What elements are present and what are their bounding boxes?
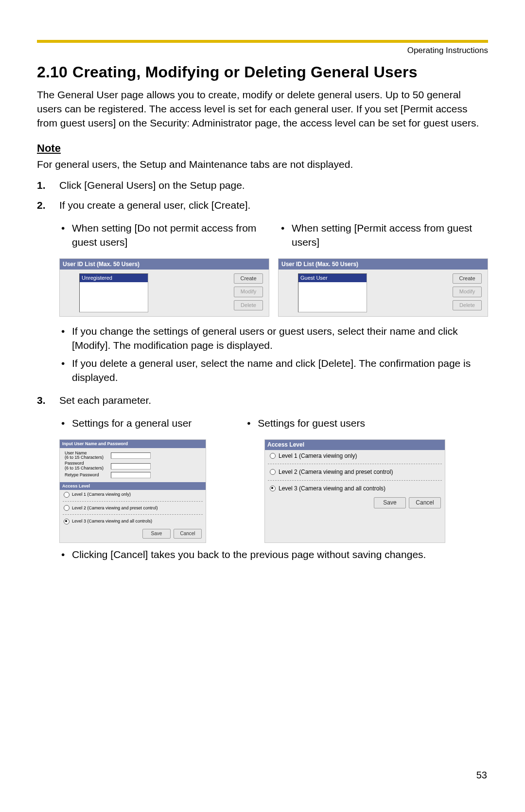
- level1-label-a: Level 1 (Camera viewing only): [72, 491, 131, 497]
- user-list-item-guest[interactable]: Guest User: [298, 274, 367, 282]
- user-listbox-left[interactable]: Unregistered: [79, 273, 148, 312]
- note-heading: Note: [37, 142, 488, 155]
- intro-paragraph: The General User page allows you to crea…: [37, 88, 488, 130]
- input-user-name-bar: Input User Name and Password: [60, 440, 206, 448]
- save-button[interactable]: Save: [374, 497, 406, 508]
- header-right: Operating Instructions: [37, 46, 488, 55]
- user-id-list-right: User ID List (Max. 50 Users) Guest User …: [278, 258, 488, 317]
- step-2: If you create a general user, click [Cre…: [37, 198, 488, 385]
- retype-password-input[interactable]: [111, 472, 151, 478]
- step-3-bullet-left: Settings for a general user: [59, 416, 192, 431]
- step-2-bullet-row: When setting [Do not permit access from …: [59, 221, 488, 253]
- retype-password-label: Retype Password: [65, 473, 111, 478]
- step-3-bullet-row: Settings for a general user Settings for…: [59, 416, 488, 434]
- section-number: 2.10: [37, 63, 68, 81]
- step-3-bullet-right: Settings for guest users: [245, 416, 365, 431]
- section-title: 2.10Creating, Modifying or Deleting Gene…: [37, 63, 488, 81]
- level1-row-b[interactable]: Level 1 (Camera viewing only): [265, 450, 445, 462]
- user-id-list-left: User ID List (Max. 50 Users) Unregistere…: [59, 258, 269, 317]
- level2-label-a: Level 2 (Camera viewing and preset contr…: [72, 505, 158, 511]
- user-name-label-text: User Name: [65, 451, 87, 455]
- user-name-input[interactable]: [111, 452, 151, 459]
- create-button[interactable]: Create: [453, 273, 482, 284]
- step-2-bullet-left: When setting [Do not permit access from …: [59, 221, 268, 250]
- note-body: For general users, the Setup and Mainten…: [37, 158, 488, 172]
- create-button[interactable]: Create: [234, 273, 263, 284]
- delete-button[interactable]: Delete: [234, 300, 263, 310]
- header-rule: [37, 40, 488, 43]
- radio-icon: [64, 505, 70, 511]
- user-id-list-title-left: User ID List (Max. 50 Users): [60, 259, 269, 270]
- level3-label-b: Level 3 (Camera viewing and all controls…: [279, 485, 385, 493]
- level2-row-a[interactable]: Level 2 (Camera viewing and preset contr…: [60, 504, 206, 512]
- radio-icon: [270, 453, 276, 459]
- divider: [63, 514, 203, 515]
- step-list: Click [General Users] on the Setup page.…: [37, 179, 488, 562]
- step-1: Click [General Users] on the Setup page.: [37, 179, 488, 193]
- step-2-sub-b: If you delete a general user, select the…: [59, 357, 488, 385]
- level3-row-b[interactable]: Level 3 (Camera viewing and all controls…: [265, 483, 445, 495]
- section-title-text: Creating, Modifying or Deleting General …: [72, 63, 418, 81]
- user-list-item-unregistered[interactable]: Unregistered: [80, 274, 148, 282]
- delete-button[interactable]: Delete: [453, 300, 482, 310]
- step-2-text: If you create a general user, click [Cre…: [59, 199, 250, 211]
- step-2-sub-a: If you change the settings of general us…: [59, 325, 488, 353]
- cancel-button[interactable]: Cancel: [174, 529, 202, 539]
- level2-row-b[interactable]: Level 2 (Camera viewing and preset contr…: [265, 466, 445, 478]
- password-label-text: Password: [65, 461, 84, 466]
- radio-icon: [64, 492, 70, 498]
- level1-row-a[interactable]: Level 1 (Camera viewing only): [60, 490, 206, 499]
- step-3-screenshots: Input User Name and Password User Name (…: [59, 439, 488, 542]
- step-2-screenshots: User ID List (Max. 50 Users) Unregistere…: [59, 258, 488, 317]
- general-user-settings-panel: Input User Name and Password User Name (…: [59, 439, 206, 542]
- password-hint: (6 to 15 Characters): [65, 466, 104, 470]
- document-page: Operating Instructions 2.10Creating, Mod…: [0, 0, 525, 812]
- guest-user-settings-panel: Access Level Level 1 (Camera viewing onl…: [264, 439, 445, 542]
- step-1-text: Click [General Users] on the Setup page.: [59, 180, 245, 191]
- user-name-hint: (6 to 15 Characters): [65, 455, 104, 460]
- access-level-bar-b: Access Level: [265, 440, 445, 450]
- radio-icon: [64, 519, 70, 524]
- page-number: 53: [476, 770, 487, 781]
- divider: [268, 464, 442, 464]
- user-listbox-right[interactable]: Guest User: [298, 273, 367, 312]
- level3-row-a[interactable]: Level 3 (Camera viewing and all controls…: [60, 517, 206, 525]
- password-label: Password (6 to 15 Characters): [65, 461, 111, 471]
- step-2-bullet-right: When setting [Permit access from guest u…: [279, 221, 488, 250]
- step-3: Set each parameter. Settings for a gener…: [37, 394, 488, 561]
- radio-icon: [270, 469, 276, 475]
- cancel-button[interactable]: Cancel: [409, 497, 441, 508]
- divider: [268, 480, 442, 481]
- modify-button[interactable]: Modify: [453, 287, 482, 297]
- radio-icon: [270, 486, 276, 491]
- user-id-list-title-right: User ID List (Max. 50 Users): [279, 259, 488, 270]
- level1-label-b: Level 1 (Camera viewing only): [279, 452, 357, 460]
- step-3-text: Set each parameter.: [59, 395, 151, 406]
- level3-label-a: Level 3 (Camera viewing and all controls…: [72, 518, 152, 524]
- divider: [63, 501, 203, 502]
- modify-button[interactable]: Modify: [234, 287, 263, 297]
- user-name-label: User Name (6 to 15 Characters): [65, 451, 111, 461]
- level2-label-b: Level 2 (Camera viewing and preset contr…: [279, 468, 393, 476]
- step-3-sub: Clicking [Cancel] takes you back to the …: [59, 548, 488, 562]
- password-input[interactable]: [111, 463, 151, 469]
- save-button[interactable]: Save: [142, 529, 171, 539]
- access-level-bar-a: Access Level: [60, 482, 206, 490]
